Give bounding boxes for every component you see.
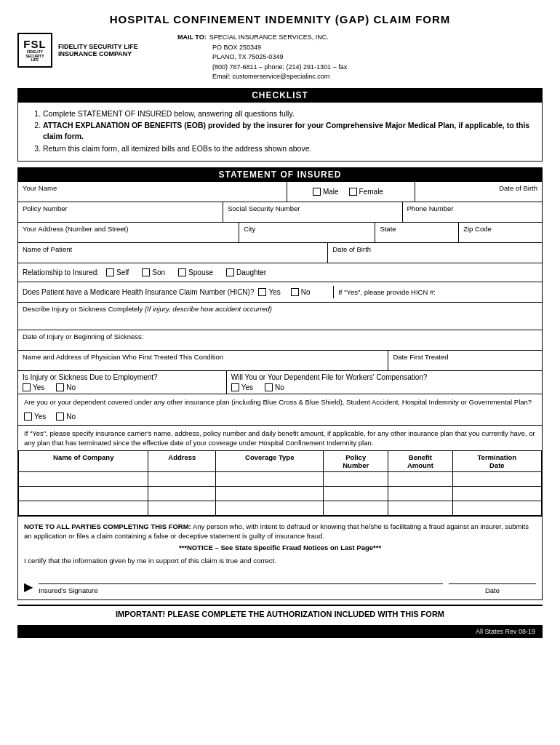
female-label: Female — [359, 188, 383, 196]
patient-dob-label: Date of Birth — [332, 245, 537, 253]
specify-row: If "Yes", please specify insurance carri… — [18, 426, 542, 451]
specify-label: If "Yes", please specify insurance carri… — [24, 429, 535, 447]
physician-label: Name and Address of Physician Who First … — [23, 353, 383, 361]
cell-date-first: Date First Treated — [388, 351, 542, 370]
patient-name-label: Name of Patient — [23, 245, 323, 253]
relationship-label: Relationship to Insured: — [23, 268, 99, 276]
employment-label: Is Injury or Sickness Due to Employment? — [23, 373, 222, 381]
daughter-checkbox[interactable] — [226, 268, 234, 276]
medicare-yes-group: Yes — [258, 288, 280, 296]
fraud-notice: ***NOTICE – See State Specific Fraud Not… — [24, 543, 536, 552]
emp-yes-label: Yes — [33, 383, 44, 391]
self-checkbox[interactable] — [106, 268, 114, 276]
wc-yes-group: Yes — [231, 383, 253, 391]
medicare-no-label: No — [301, 288, 311, 296]
form-title: HOSPITAL CONFINEMENT INDEMNITY (GAP) CLA… — [17, 13, 543, 25]
city-label: City — [244, 225, 371, 233]
col-address: Address — [148, 451, 216, 472]
cell-phone: Phone Number — [403, 202, 542, 222]
daughter-checkbox-group: Daughter — [226, 268, 266, 276]
cell-physician: Name and Address of Physician Who First … — [18, 351, 388, 370]
emp-no-group: No — [56, 383, 76, 391]
describe-label-text: Describe Injury or Sickness Completely (… — [23, 305, 272, 313]
mail-phone: (800) 767-6811 – phone; (214) 291-1301 –… — [212, 63, 543, 73]
male-checkbox[interactable] — [313, 188, 321, 196]
medicare-yes-checkbox[interactable] — [258, 288, 266, 296]
male-checkbox-group: Male — [313, 188, 339, 196]
wc-no-checkbox[interactable] — [265, 383, 273, 391]
row-date-injury: Date of Injury or Beginning of Sickness: — [18, 330, 542, 351]
sig-area: ▶ Insured's Signature Date — [24, 570, 536, 595]
row-name: Your Name Male Female Date of Birth — [18, 182, 542, 202]
describe-label: Describe Injury or Sickness Completely (… — [23, 305, 272, 313]
emp-no-label: No — [66, 383, 76, 391]
checklist-item-3: Return this claim form, all itemized bil… — [43, 143, 530, 154]
other-ins-no-group: No — [56, 412, 76, 422]
sig-line[interactable] — [39, 570, 443, 584]
checklist-box: Complete STATEMENT OF INSURED below, ans… — [17, 103, 543, 162]
wc-no-label: No — [275, 383, 284, 391]
row-policy: Policy Number Social Security Number Pho… — [18, 202, 542, 223]
cell-company-1 — [19, 487, 148, 501]
other-ins-yes-label: Yes — [34, 412, 46, 422]
cell-address-0 — [148, 472, 216, 487]
checklist-item-1: Complete STATEMENT OF INSURED below, ans… — [43, 108, 530, 119]
mail-company: SPECIAL INSURANCE SERVICES, INC. — [209, 33, 329, 43]
zip-label: Zip Code — [463, 225, 537, 233]
date-injury-label: Date of Injury or Beginning of Sickness: — [23, 332, 143, 340]
sig-line-group: Insured's Signature — [39, 570, 443, 595]
row-address: Your Address (Number and Street) City St… — [18, 223, 542, 243]
cell-benefit-2 — [388, 501, 453, 516]
son-checkbox[interactable] — [142, 268, 150, 276]
certify-text: I certify that the information given by … — [24, 556, 536, 565]
medicare-no-group: No — [291, 288, 311, 296]
spouse-label: Spouse — [188, 268, 213, 276]
cell-termination-1 — [452, 487, 541, 501]
coverage-section: Are you or your dependent covered under … — [17, 394, 543, 517]
state-label: State — [380, 225, 454, 233]
phone-label: Phone Number — [407, 204, 537, 212]
form-table: Your Name Male Female Date of Birth Poli… — [17, 182, 543, 394]
company-logo: FSL FIDELITYSECURITYLIFE — [17, 33, 52, 68]
cell-city: City — [239, 223, 376, 242]
son-label: Son — [152, 268, 165, 276]
spouse-checkbox[interactable] — [178, 268, 186, 276]
wc-no-group: No — [265, 383, 284, 391]
address-label: Your Address (Number and Street) — [23, 225, 234, 233]
emp-yes-checkbox[interactable] — [23, 383, 31, 391]
bottom-bar: All States Rev 08-19 — [17, 625, 543, 638]
emp-no-checkbox[interactable] — [56, 383, 64, 391]
col-company: Name of Company — [19, 451, 148, 472]
row-patient: Name of Patient Date of Birth — [18, 243, 542, 263]
medicare-no-checkbox[interactable] — [291, 288, 299, 296]
policy-label: Policy Number — [23, 204, 218, 212]
cell-policy-2 — [324, 501, 388, 516]
table-row — [19, 487, 542, 501]
female-checkbox[interactable] — [349, 188, 357, 196]
cell-policy: Policy Number — [18, 202, 223, 222]
note-section: NOTE TO ALL PARTIES COMPLETING THIS FORM… — [17, 517, 543, 599]
date-line[interactable] — [449, 570, 536, 584]
cell-coverage-1 — [216, 487, 324, 501]
important-bar: IMPORTANT! PLEASE COMPLETE THE AUTHORIZA… — [17, 605, 543, 622]
other-ins-no-checkbox[interactable] — [56, 413, 64, 421]
checklist-item-2-bold: ATTACH EXPLANATION OF BENEFITS (EOB) pro… — [43, 121, 529, 140]
other-ins-yes-checkbox[interactable] — [24, 413, 32, 421]
col-coverage: Coverage Type — [216, 451, 324, 472]
sig-arrow: ▶ — [24, 579, 33, 595]
cell-dob: Date of Birth — [415, 182, 542, 202]
cell-termination-2 — [452, 501, 541, 516]
self-checkbox-group: Self — [106, 268, 129, 276]
cell-hicn: If "Yes", please provide HICN #: — [334, 286, 542, 298]
logo-letters: FSL — [23, 38, 46, 50]
male-label: Male — [323, 188, 339, 196]
medicare-label: Does Patient have a Medicare Health Insu… — [23, 288, 254, 296]
note-bold: NOTE TO ALL PARTIES COMPLETING THIS FORM… — [24, 522, 191, 530]
cell-coverage-0 — [216, 472, 324, 487]
wc-yes-checkbox[interactable] — [231, 383, 239, 391]
cell-company-0 — [19, 472, 148, 487]
other-ins-yes-group: Yes — [24, 412, 46, 422]
cell-address-2 — [148, 501, 216, 516]
cell-workers-comp: Will You or Your Dependent File for Work… — [227, 371, 542, 394]
checklist-bar: CHECKLIST — [17, 88, 543, 103]
